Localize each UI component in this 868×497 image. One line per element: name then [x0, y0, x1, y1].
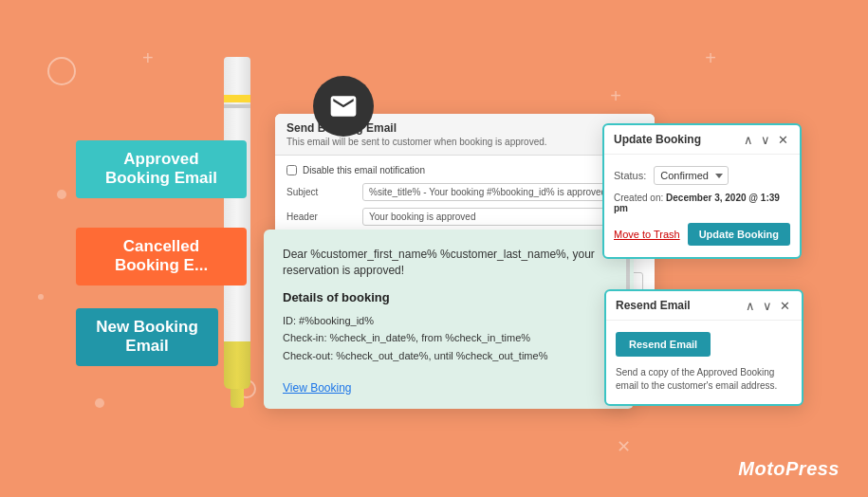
marker-stripe2: [224, 104, 250, 108]
subject-input[interactable]: [362, 183, 643, 201]
update-booking-button[interactable]: Update Booking: [688, 223, 790, 246]
deco-dot-3: [95, 398, 104, 408]
resend-description: Send a copy of the Approved Booking emai…: [616, 366, 792, 393]
subject-label: Subject: [286, 187, 362, 197]
resend-panel-body: Resend Email Send a copy of the Approved…: [606, 321, 802, 404]
resend-panel-expand-btn[interactable]: ∨: [761, 300, 774, 312]
deco-dot-1: [57, 190, 66, 199]
resend-panel-close-btn[interactable]: ✕: [778, 300, 792, 312]
header-label: Header: [286, 212, 362, 222]
email-preview-panel: Dear %customer_first_name% %customer_las…: [264, 230, 634, 409]
preview-checkin: Check-in: %check_in_date%, from %check_i…: [283, 329, 615, 347]
header-input[interactable]: [362, 208, 643, 226]
deco-plus-3: +: [705, 47, 716, 69]
created-label: Created on:: [614, 193, 663, 203]
label-new-text: New BookingEmail: [96, 318, 198, 355]
update-panel-header: Update Booking ∧ ∨ ✕: [604, 125, 800, 155]
deco-dot-2: [38, 294, 44, 300]
disable-notification-checkbox[interactable]: [286, 165, 297, 175]
label-new-booking: New BookingEmail: [76, 308, 218, 366]
update-panel-title: Update Booking: [614, 133, 701, 146]
update-panel-close-btn[interactable]: ✕: [776, 134, 790, 146]
label-cancelled-text: CancelledBooking E...: [115, 237, 208, 274]
label-approved: Approved Booking Email: [76, 140, 247, 198]
email-panel-subtitle: This email will be sent to customer when…: [286, 137, 643, 147]
deco-circle-1: [47, 57, 76, 85]
preview-section-title: Details of booking: [283, 290, 615, 304]
resend-panel-collapse-btn[interactable]: ∧: [744, 300, 757, 312]
created-on-row: Created on: December 3, 2020 @ 1:39 pm: [614, 193, 790, 213]
resend-panel-header: Resend Email ∧ ∨ ✕: [606, 291, 802, 321]
resend-panel-title: Resend Email: [616, 299, 691, 312]
motopress-logo: MotoPress: [738, 458, 840, 480]
view-booking-link[interactable]: View Booking: [283, 381, 352, 395]
resend-panel-controls: ∧ ∨ ✕: [744, 300, 792, 312]
update-panel-body: Status: Confirmed Created on: December 3…: [604, 155, 800, 257]
marker-stripe: [224, 95, 250, 102]
deco-plus-2: +: [610, 85, 621, 107]
move-to-trash-button[interactable]: Move to Trash: [614, 229, 680, 240]
update-panel-collapse-btn[interactable]: ∧: [742, 134, 755, 146]
preview-greeting: Dear %customer_first_name% %customer_las…: [283, 247, 615, 279]
preview-checkout: Check-out: %check_out_date%, until %chec…: [283, 347, 615, 365]
deco-x-2: ✕: [617, 436, 631, 457]
update-panel-expand-btn[interactable]: ∨: [759, 134, 772, 146]
preview-details: ID: #%booking_id% Check-in: %check_in_da…: [283, 312, 615, 365]
subject-row: Subject: [286, 183, 643, 201]
update-panel-controls: ∧ ∨ ✕: [742, 134, 790, 146]
resend-email-button[interactable]: Resend Email: [616, 332, 711, 357]
preview-id: ID: #%booking_id%: [283, 312, 615, 330]
resend-email-panel: Resend Email ∧ ∨ ✕ Resend Email Send a c…: [604, 289, 803, 406]
marker-cap: [224, 341, 250, 389]
marker-body: [224, 57, 250, 341]
main-scene: + + + ✕ ✕ Approved Booking Email Cancell…: [0, 0, 868, 497]
header-row: Header: [286, 208, 643, 226]
label-cancelled: CancelledBooking E...: [76, 228, 247, 285]
disable-notification-label: Disable this email notification: [303, 165, 425, 175]
status-label: Status:: [614, 170, 646, 181]
motopress-logo-text: MotoPress: [738, 458, 840, 479]
email-icon: [328, 91, 359, 121]
update-panel-actions: Move to Trash Update Booking: [614, 223, 790, 246]
update-booking-panel: Update Booking ∧ ∨ ✕ Status: Confirmed C…: [602, 123, 802, 259]
email-icon-circle: [313, 76, 374, 137]
label-approved-text: Approved Booking Email: [105, 150, 217, 187]
disable-notification-row: Disable this email notification: [286, 165, 643, 175]
status-row: Status: Confirmed: [614, 166, 790, 185]
status-select[interactable]: Confirmed: [654, 166, 729, 185]
marker-tip: [231, 389, 244, 408]
deco-plus-1: +: [142, 47, 154, 69]
